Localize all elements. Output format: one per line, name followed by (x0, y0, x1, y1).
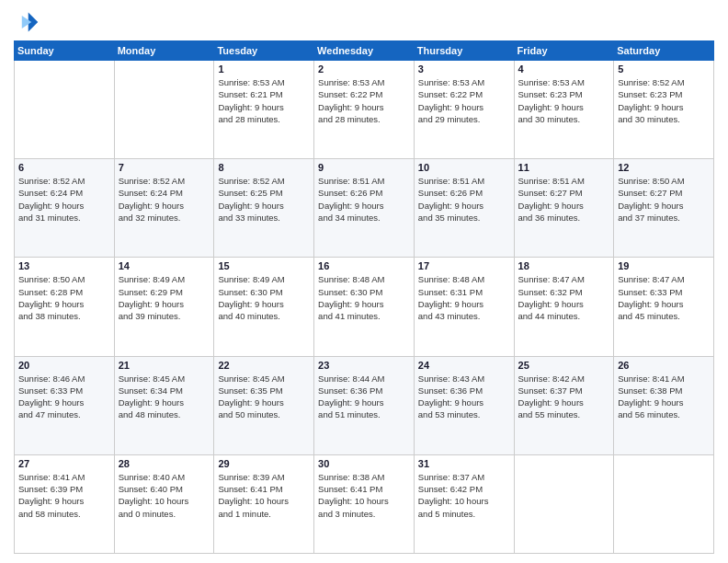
calendar-cell: 29Sunrise: 8:39 AM Sunset: 6:41 PM Dayli… (214, 454, 314, 553)
day-info: Sunrise: 8:50 AM Sunset: 6:27 PM Dayligh… (618, 175, 710, 224)
day-info: Sunrise: 8:52 AM Sunset: 6:24 PM Dayligh… (119, 175, 210, 224)
day-info: Sunrise: 8:48 AM Sunset: 6:31 PM Dayligh… (418, 273, 510, 322)
day-number: 6 (18, 162, 110, 173)
calendar-cell: 15Sunrise: 8:49 AM Sunset: 6:30 PM Dayli… (214, 258, 314, 356)
day-info: Sunrise: 8:45 AM Sunset: 6:34 PM Dayligh… (119, 373, 210, 421)
day-number: 30 (318, 458, 410, 469)
day-number: 20 (18, 360, 110, 371)
calendar-cell: 11Sunrise: 8:51 AM Sunset: 6:27 PM Dayli… (514, 159, 614, 258)
page: SundayMondayTuesdayWednesdayThursdayFrid… (0, 0, 728, 563)
calendar-cell: 22Sunrise: 8:45 AM Sunset: 6:35 PM Dayli… (214, 356, 314, 454)
day-info: Sunrise: 8:51 AM Sunset: 6:27 PM Dayligh… (518, 175, 610, 224)
weekday-header-row: SundayMondayTuesdayWednesdayThursdayFrid… (15, 41, 714, 61)
day-info: Sunrise: 8:51 AM Sunset: 6:26 PM Dayligh… (318, 175, 410, 224)
logo (14, 9, 43, 35)
weekday-header-friday: Friday (514, 41, 614, 61)
calendar-cell: 7Sunrise: 8:52 AM Sunset: 6:24 PM Daylig… (114, 159, 214, 258)
calendar-cell: 6Sunrise: 8:52 AM Sunset: 6:24 PM Daylig… (15, 159, 115, 258)
weekday-header-wednesday: Wednesday (314, 41, 415, 61)
day-info: Sunrise: 8:49 AM Sunset: 6:30 PM Dayligh… (218, 273, 310, 322)
day-number: 5 (618, 63, 710, 75)
calendar-cell: 9Sunrise: 8:51 AM Sunset: 6:26 PM Daylig… (314, 159, 415, 258)
day-number: 13 (18, 260, 110, 271)
day-number: 8 (218, 162, 310, 173)
calendar-cell: 5Sunrise: 8:52 AM Sunset: 6:23 PM Daylig… (614, 61, 714, 159)
calendar-cell (15, 61, 115, 159)
day-number: 21 (119, 360, 210, 371)
day-number: 14 (119, 260, 210, 271)
day-number: 18 (518, 260, 610, 271)
day-number: 27 (18, 458, 110, 469)
day-number: 28 (119, 458, 210, 469)
day-number: 31 (418, 458, 510, 469)
calendar-cell: 21Sunrise: 8:45 AM Sunset: 6:34 PM Dayli… (114, 356, 214, 454)
day-info: Sunrise: 8:39 AM Sunset: 6:41 PM Dayligh… (218, 471, 310, 520)
day-number: 22 (218, 360, 310, 371)
day-number: 23 (318, 360, 410, 371)
calendar-cell: 1Sunrise: 8:53 AM Sunset: 6:21 PM Daylig… (214, 61, 314, 159)
day-info: Sunrise: 8:53 AM Sunset: 6:22 PM Dayligh… (418, 76, 510, 125)
day-info: Sunrise: 8:53 AM Sunset: 6:21 PM Dayligh… (218, 76, 310, 125)
day-info: Sunrise: 8:49 AM Sunset: 6:29 PM Dayligh… (119, 273, 210, 322)
day-info: Sunrise: 8:43 AM Sunset: 6:36 PM Dayligh… (418, 373, 510, 421)
day-number: 17 (418, 260, 510, 271)
calendar-cell: 13Sunrise: 8:50 AM Sunset: 6:28 PM Dayli… (15, 258, 115, 356)
day-number: 10 (418, 162, 510, 173)
day-info: Sunrise: 8:53 AM Sunset: 6:23 PM Dayligh… (518, 76, 610, 125)
week-row-1: 1Sunrise: 8:53 AM Sunset: 6:21 PM Daylig… (15, 61, 714, 159)
calendar-cell: 17Sunrise: 8:48 AM Sunset: 6:31 PM Dayli… (414, 258, 514, 356)
calendar-cell: 30Sunrise: 8:38 AM Sunset: 6:41 PM Dayli… (314, 454, 415, 553)
calendar-cell: 23Sunrise: 8:44 AM Sunset: 6:36 PM Dayli… (314, 356, 415, 454)
day-info: Sunrise: 8:50 AM Sunset: 6:28 PM Dayligh… (18, 273, 110, 322)
week-row-2: 6Sunrise: 8:52 AM Sunset: 6:24 PM Daylig… (15, 159, 714, 258)
weekday-header-saturday: Saturday (614, 41, 714, 61)
day-info: Sunrise: 8:52 AM Sunset: 6:24 PM Dayligh… (18, 175, 110, 224)
day-number: 1 (218, 63, 310, 75)
day-number: 3 (418, 63, 510, 75)
calendar-cell (514, 454, 614, 553)
calendar-cell: 20Sunrise: 8:46 AM Sunset: 6:33 PM Dayli… (15, 356, 115, 454)
calendar-cell (114, 61, 214, 159)
day-number: 4 (518, 63, 610, 75)
day-info: Sunrise: 8:38 AM Sunset: 6:41 PM Dayligh… (318, 471, 410, 520)
day-info: Sunrise: 8:51 AM Sunset: 6:26 PM Dayligh… (418, 175, 510, 224)
header (14, 9, 714, 35)
day-number: 7 (119, 162, 210, 173)
calendar-cell (614, 454, 714, 553)
calendar-cell: 27Sunrise: 8:41 AM Sunset: 6:39 PM Dayli… (15, 454, 115, 553)
calendar-cell: 28Sunrise: 8:40 AM Sunset: 6:40 PM Dayli… (114, 454, 214, 553)
day-number: 12 (618, 162, 710, 173)
weekday-header-sunday: Sunday (15, 41, 115, 61)
calendar-cell: 19Sunrise: 8:47 AM Sunset: 6:33 PM Dayli… (614, 258, 714, 356)
calendar-cell: 4Sunrise: 8:53 AM Sunset: 6:23 PM Daylig… (514, 61, 614, 159)
day-number: 11 (518, 162, 610, 173)
day-info: Sunrise: 8:41 AM Sunset: 6:38 PM Dayligh… (618, 373, 710, 421)
calendar-cell: 26Sunrise: 8:41 AM Sunset: 6:38 PM Dayli… (614, 356, 714, 454)
week-row-5: 27Sunrise: 8:41 AM Sunset: 6:39 PM Dayli… (15, 454, 714, 553)
calendar-cell: 18Sunrise: 8:47 AM Sunset: 6:32 PM Dayli… (514, 258, 614, 356)
day-number: 24 (418, 360, 510, 371)
day-info: Sunrise: 8:45 AM Sunset: 6:35 PM Dayligh… (218, 373, 310, 421)
day-info: Sunrise: 8:47 AM Sunset: 6:33 PM Dayligh… (618, 273, 710, 322)
day-info: Sunrise: 8:52 AM Sunset: 6:23 PM Dayligh… (618, 76, 710, 125)
day-number: 26 (618, 360, 710, 371)
day-number: 2 (318, 63, 410, 75)
day-number: 9 (318, 162, 410, 173)
day-info: Sunrise: 8:52 AM Sunset: 6:25 PM Dayligh… (218, 175, 310, 224)
calendar-cell: 10Sunrise: 8:51 AM Sunset: 6:26 PM Dayli… (414, 159, 514, 258)
day-info: Sunrise: 8:42 AM Sunset: 6:37 PM Dayligh… (518, 373, 610, 421)
day-info: Sunrise: 8:44 AM Sunset: 6:36 PM Dayligh… (318, 373, 410, 421)
week-row-3: 13Sunrise: 8:50 AM Sunset: 6:28 PM Dayli… (15, 258, 714, 356)
calendar-table: SundayMondayTuesdayWednesdayThursdayFrid… (14, 40, 714, 554)
calendar-cell: 25Sunrise: 8:42 AM Sunset: 6:37 PM Dayli… (514, 356, 614, 454)
calendar-cell: 12Sunrise: 8:50 AM Sunset: 6:27 PM Dayli… (614, 159, 714, 258)
day-info: Sunrise: 8:40 AM Sunset: 6:40 PM Dayligh… (119, 471, 210, 520)
calendar-cell: 24Sunrise: 8:43 AM Sunset: 6:36 PM Dayli… (414, 356, 514, 454)
day-info: Sunrise: 8:53 AM Sunset: 6:22 PM Dayligh… (318, 76, 410, 125)
day-number: 29 (218, 458, 310, 469)
calendar-cell: 8Sunrise: 8:52 AM Sunset: 6:25 PM Daylig… (214, 159, 314, 258)
calendar-cell: 31Sunrise: 8:37 AM Sunset: 6:42 PM Dayli… (414, 454, 514, 553)
weekday-header-thursday: Thursday (414, 41, 514, 61)
weekday-header-tuesday: Tuesday (214, 41, 314, 61)
day-info: Sunrise: 8:47 AM Sunset: 6:32 PM Dayligh… (518, 273, 610, 322)
